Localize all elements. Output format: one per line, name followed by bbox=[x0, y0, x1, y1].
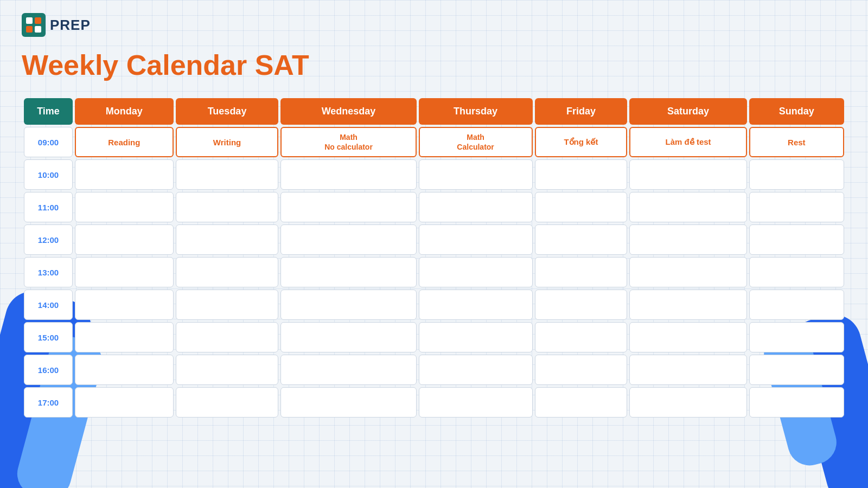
cell-1600-tuesday bbox=[176, 355, 279, 385]
table-row: 11:00 bbox=[24, 192, 844, 222]
cell-1600-saturday bbox=[629, 355, 746, 385]
calendar-table: Time Monday Tuesday Wednesday Thursday F… bbox=[22, 96, 846, 420]
cell-0900-tuesday: Writing bbox=[176, 127, 279, 157]
cell-1400-tuesday bbox=[176, 290, 279, 320]
logo-text: PREP bbox=[50, 17, 91, 34]
header-sunday: Sunday bbox=[749, 98, 844, 125]
header-friday: Friday bbox=[535, 98, 628, 125]
cell-0900-sunday: Rest bbox=[749, 127, 844, 157]
header-saturday: Saturday bbox=[629, 98, 746, 125]
cell-1400-wednesday bbox=[280, 290, 416, 320]
cell-1700-saturday bbox=[629, 387, 746, 418]
cell-1400-saturday bbox=[629, 290, 746, 320]
header-monday: Monday bbox=[75, 98, 174, 125]
cell-1100-sunday bbox=[749, 192, 844, 222]
cell-1700-tuesday bbox=[176, 387, 279, 418]
cell-1200-friday bbox=[535, 224, 628, 255]
cell-1100-monday bbox=[75, 192, 174, 222]
svg-rect-3 bbox=[26, 26, 33, 33]
cell-1500-sunday bbox=[749, 322, 844, 352]
cell-1600-thursday bbox=[419, 355, 533, 385]
time-cell-1200: 12:00 bbox=[24, 224, 73, 255]
cell-1100-thursday bbox=[419, 192, 533, 222]
cell-thu-line2: Calculator bbox=[457, 143, 494, 151]
cell-1200-saturday bbox=[629, 224, 746, 255]
cell-1400-sunday bbox=[749, 290, 844, 320]
cell-wed-line2: No calculator bbox=[324, 143, 373, 151]
cell-1000-tuesday bbox=[176, 159, 279, 190]
cell-1300-wednesday bbox=[280, 257, 416, 287]
cell-1200-tuesday bbox=[176, 224, 279, 255]
cell-1700-wednesday bbox=[280, 387, 416, 418]
svg-rect-4 bbox=[35, 26, 41, 33]
cell-1300-sunday bbox=[749, 257, 844, 287]
cell-1400-thursday bbox=[419, 290, 533, 320]
svg-rect-1 bbox=[26, 17, 33, 24]
cell-0900-wednesday: Math No calculator bbox=[280, 127, 416, 157]
cell-1600-monday bbox=[75, 355, 174, 385]
cell-1000-monday bbox=[75, 159, 174, 190]
time-cell-1400: 14:00 bbox=[24, 290, 73, 320]
cell-1700-friday bbox=[535, 387, 628, 418]
cell-1500-friday bbox=[535, 322, 628, 352]
cell-1300-monday bbox=[75, 257, 174, 287]
cell-1000-friday bbox=[535, 159, 628, 190]
table-row: 14:00 bbox=[24, 290, 844, 320]
time-cell-1000: 10:00 bbox=[24, 159, 73, 190]
table-row: 16:00 bbox=[24, 355, 844, 385]
cell-1400-friday bbox=[535, 290, 628, 320]
cell-0900-monday: Reading bbox=[75, 127, 174, 157]
cell-1600-wednesday bbox=[280, 355, 416, 385]
header-wednesday: Wednesday bbox=[280, 98, 416, 125]
cell-1100-tuesday bbox=[176, 192, 279, 222]
cell-1600-friday bbox=[535, 355, 628, 385]
cell-1600-sunday bbox=[749, 355, 844, 385]
cell-1500-thursday bbox=[419, 322, 533, 352]
table-row: 09:00 Reading Writing Math No calculator… bbox=[24, 127, 844, 157]
cell-wed-line1: Math bbox=[340, 133, 358, 142]
cell-1100-saturday bbox=[629, 192, 746, 222]
cell-0900-thursday: Math Calculator bbox=[419, 127, 533, 157]
time-cell-1300: 13:00 bbox=[24, 257, 73, 287]
table-row: 13:00 bbox=[24, 257, 844, 287]
table-row: 10:00 bbox=[24, 159, 844, 190]
logo-area: PREP bbox=[22, 13, 846, 37]
time-cell-1500: 15:00 bbox=[24, 322, 73, 352]
time-cell-0900: 09:00 bbox=[24, 127, 73, 157]
header-time: Time bbox=[24, 98, 73, 125]
cell-1000-sunday bbox=[749, 159, 844, 190]
cell-1000-thursday bbox=[419, 159, 533, 190]
cell-1700-thursday bbox=[419, 387, 533, 418]
cell-0900-friday: Tổng kết bbox=[535, 127, 628, 157]
cell-1000-saturday bbox=[629, 159, 746, 190]
cell-1000-wednesday bbox=[280, 159, 416, 190]
time-cell-1600: 16:00 bbox=[24, 355, 73, 385]
cell-1200-wednesday bbox=[280, 224, 416, 255]
cell-1300-friday bbox=[535, 257, 628, 287]
cell-1300-thursday bbox=[419, 257, 533, 287]
cell-1300-tuesday bbox=[176, 257, 279, 287]
page-title: Weekly Calendar SAT bbox=[22, 50, 846, 81]
cell-1700-sunday bbox=[749, 387, 844, 418]
cell-1500-monday bbox=[75, 322, 174, 352]
cell-1500-saturday bbox=[629, 322, 746, 352]
cell-1100-wednesday bbox=[280, 192, 416, 222]
header-tuesday: Tuesday bbox=[176, 98, 279, 125]
cell-thu-line1: Math bbox=[467, 133, 484, 142]
svg-rect-2 bbox=[35, 17, 41, 24]
table-row: 15:00 bbox=[24, 322, 844, 352]
table-row: 17:00 bbox=[24, 387, 844, 418]
cell-1500-tuesday bbox=[176, 322, 279, 352]
prep-logo-icon bbox=[22, 13, 46, 37]
time-cell-1700: 17:00 bbox=[24, 387, 73, 418]
cell-1200-thursday bbox=[419, 224, 533, 255]
header-thursday: Thursday bbox=[419, 98, 533, 125]
time-cell-1100: 11:00 bbox=[24, 192, 73, 222]
cell-1500-wednesday bbox=[280, 322, 416, 352]
cell-1100-friday bbox=[535, 192, 628, 222]
cell-1200-sunday bbox=[749, 224, 844, 255]
svg-rect-0 bbox=[22, 13, 46, 37]
cell-0900-saturday: Làm đề test bbox=[629, 127, 746, 157]
cell-1700-monday bbox=[75, 387, 174, 418]
cell-1300-saturday bbox=[629, 257, 746, 287]
